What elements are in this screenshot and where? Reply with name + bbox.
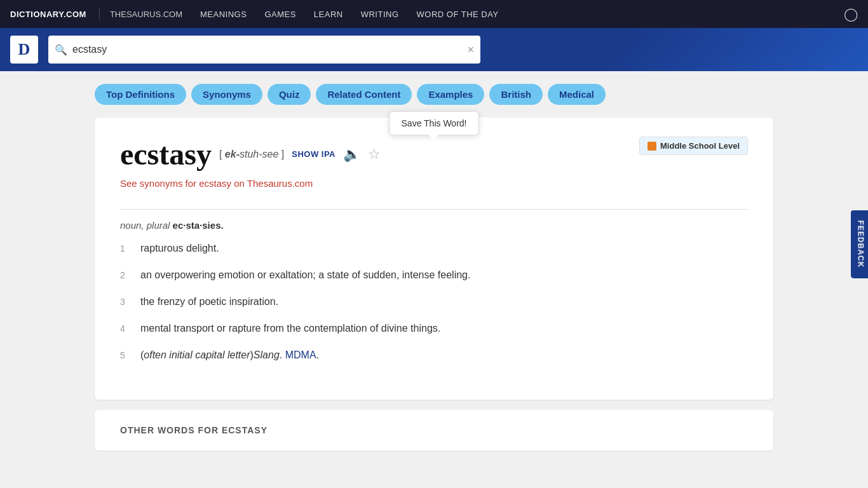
level-badge-label: Middle School Level	[660, 141, 740, 151]
user-icon[interactable]: ◯	[844, 6, 858, 22]
def-number: 1	[120, 242, 130, 256]
other-words-title: OTHER WORDS FOR ECSTASY	[120, 425, 748, 435]
thesaurus-link[interactable]: THESAURUS.COM	[110, 10, 182, 19]
tab-medical[interactable]: Medical	[548, 84, 606, 105]
list-item: 2 an overpowering emotion or exaltation;…	[120, 268, 748, 283]
page-content: Top Definitions Synonyms Quiz Related Co…	[85, 71, 783, 463]
word-title: ecstasy	[120, 137, 212, 172]
list-item: 3 the frenzy of poetic inspiration.	[120, 294, 748, 309]
word-heading: ecstasy [ ek-stuh-see ] SHOW IPA 🔈 ☆	[120, 137, 639, 172]
top-navigation: DICTIONARY.COM THESAURUS.COM MEANINGS GA…	[0, 0, 868, 28]
dictionary-brand[interactable]: DICTIONARY.COM	[10, 10, 86, 19]
other-words-card: OTHER WORDS FOR ECSTASY	[95, 410, 773, 451]
tabs-row: Top Definitions Synonyms Quiz Related Co…	[95, 84, 773, 105]
mdma-link[interactable]: MDMA	[285, 349, 316, 360]
definition-card: Save This Word! Middle School Level ecst…	[95, 118, 773, 400]
nav-writing[interactable]: WRITING	[361, 10, 399, 19]
tab-related-content[interactable]: Related Content	[316, 84, 412, 105]
nav-word-of-the-day[interactable]: WORD OF THE DAY	[417, 10, 499, 19]
pron-open: [	[219, 149, 225, 159]
search-bar-row: D 🔍 ×	[0, 28, 868, 71]
level-badge: Middle School Level	[639, 137, 748, 155]
def-text: rapturous delight.	[140, 241, 219, 256]
show-ipa-button[interactable]: SHOW IPA	[292, 149, 336, 159]
tab-british[interactable]: British	[489, 84, 543, 105]
def-number: 2	[120, 269, 130, 283]
search-form: 🔍 ×	[48, 36, 480, 64]
search-input[interactable]	[72, 44, 467, 55]
synonym-thesaurus-link[interactable]: See synonyms for ecstasy on Thesaurus.co…	[120, 178, 313, 189]
pron-middle: stuh	[240, 149, 259, 159]
def-text: (often initial capital letter)Slang. MDM…	[140, 348, 319, 363]
save-word-star-icon[interactable]: ☆	[368, 146, 381, 163]
audio-icon[interactable]: 🔈	[343, 146, 360, 163]
tab-examples[interactable]: Examples	[417, 84, 484, 105]
logo-letter: D	[18, 40, 31, 59]
pron-close: ]	[278, 149, 284, 159]
search-clear-button[interactable]: ×	[467, 43, 474, 57]
def-number: 5	[120, 349, 130, 363]
def-text: the frenzy of poetic inspiration.	[140, 294, 278, 309]
save-tooltip-text: Save This Word!	[402, 118, 467, 128]
logo-container: D	[10, 36, 38, 64]
def-number: 4	[120, 322, 130, 336]
tab-top-definitions[interactable]: Top Definitions	[95, 84, 186, 105]
synonym-link-container: See synonyms for ecstasy on Thesaurus.co…	[120, 178, 313, 189]
badge-color-square	[648, 142, 656, 151]
def-number: 3	[120, 295, 130, 309]
tab-quiz[interactable]: Quiz	[268, 84, 311, 105]
pron-end: -see	[259, 149, 278, 159]
pos-plural: ec·sta·sies.	[173, 220, 224, 231]
nav-learn[interactable]: LEARN	[314, 10, 343, 19]
list-item: 5 (often initial capital letter)Slang. M…	[120, 348, 748, 363]
definitions-list: 1 rapturous delight. 2 an overpowering e…	[120, 241, 748, 363]
nav-divider	[99, 8, 100, 20]
tab-synonyms[interactable]: Synonyms	[191, 84, 262, 105]
nav-links: MEANINGS GAMES LEARN WRITING WORD OF THE…	[200, 10, 844, 19]
pos-line: noun, plural ec·sta·sies.	[120, 220, 748, 231]
pos-label: noun, plural	[120, 220, 170, 231]
pron-stress: ek-	[225, 149, 240, 159]
list-item: 4 mental transport or rapture from the c…	[120, 321, 748, 336]
list-item: 1 rapturous delight.	[120, 241, 748, 256]
feedback-tab[interactable]: FEEDBACK	[851, 210, 868, 278]
nav-games[interactable]: GAMES	[264, 10, 295, 19]
nav-meanings[interactable]: MEANINGS	[200, 10, 247, 19]
section-divider	[120, 209, 748, 210]
def-text: an overpowering emotion or exaltation; a…	[140, 268, 470, 283]
pronunciation: [ ek-stuh-see ]	[219, 149, 284, 160]
save-tooltip[interactable]: Save This Word!	[390, 111, 479, 135]
def-text: mental transport or rapture from the con…	[140, 321, 440, 336]
search-icon: 🔍	[55, 44, 67, 56]
